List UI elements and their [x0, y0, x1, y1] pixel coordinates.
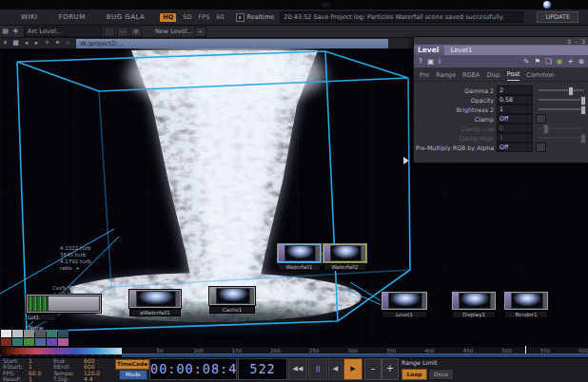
res-label[interactable]: SD	[183, 13, 191, 21]
update-button[interactable]: UPDATE	[537, 11, 578, 23]
slider-track[interactable]	[539, 108, 583, 110]
tab-pre[interactable]: Pre	[420, 71, 429, 81]
node-tile-body[interactable]	[323, 244, 366, 262]
copy-icon[interactable]: ❏	[545, 56, 552, 67]
zoom-out-button[interactable]: –	[364, 358, 382, 380]
node-tile-body[interactable]	[452, 292, 496, 310]
control-value-field[interactable]: Off	[497, 143, 533, 152]
path-toolbar-icon-1[interactable]: ■	[10, 39, 21, 48]
control-value-field[interactable]: 0.58	[497, 95, 533, 105]
control-value-field[interactable]: Off	[497, 114, 533, 124]
color-swatch[interactable]	[24, 338, 34, 346]
level-mini-button-2[interactable]: —	[117, 27, 128, 37]
node-tile[interactable]: Waterfall2	[323, 244, 366, 271]
slider-handle[interactable]	[580, 105, 586, 115]
timecode-mode-button[interactable]: TimeCode	[115, 359, 149, 370]
timecode-display[interactable]: 00:00:08:41	[149, 358, 237, 380]
control-value-field[interactable]: 2	[497, 86, 533, 95]
path-toolbar-icon-3[interactable]: ▸	[31, 39, 42, 48]
node-tile[interactable]: Render1	[504, 292, 548, 318]
globe-icon[interactable]: ◉	[557, 56, 563, 67]
realtime-checkbox[interactable]: x	[236, 13, 245, 22]
menu-item-buggala[interactable]: BUG GALA	[107, 13, 146, 21]
help-icon[interactable]: ?	[419, 56, 422, 67]
color-swatch[interactable]	[1, 338, 11, 346]
color-swatch[interactable]	[12, 330, 23, 337]
panel-window-button-2[interactable]: –	[575, 38, 578, 45]
panel-header[interactable]: Level Level1	[414, 45, 588, 55]
go-to-start-button[interactable]: ◀◀	[288, 358, 307, 380]
tab-post[interactable]: Post	[507, 70, 520, 81]
pause-button[interactable]: ||	[308, 358, 327, 380]
once-button[interactable]: Once	[428, 369, 454, 380]
tab-common[interactable]: Common	[526, 71, 554, 81]
new-level-plus-button[interactable]: +	[195, 27, 206, 37]
node-tile[interactable]: Display1	[452, 292, 496, 318]
node-tile-body[interactable]	[209, 287, 255, 305]
node-tile[interactable]: Lut1	[27, 295, 101, 321]
info-icon[interactable]: i	[439, 56, 441, 67]
node-tile-body[interactable]	[504, 292, 548, 310]
image-icon[interactable]: ▣	[427, 56, 434, 67]
slider-handle[interactable]	[568, 86, 574, 96]
path-toolbar-icon-4[interactable]: +	[42, 39, 52, 48]
node-tile[interactable]: Waterfall1	[278, 244, 321, 271]
add-icon[interactable]: ✚	[10, 28, 21, 36]
toggle-checkbox[interactable]	[536, 143, 546, 152]
color-swatch[interactable]	[47, 330, 57, 337]
hq-toggle[interactable]: HQ	[160, 13, 176, 22]
color-swatch[interactable]	[47, 338, 57, 346]
flag-icon[interactable]: ⚑	[534, 56, 540, 67]
panel-window-button-3[interactable]: 3	[581, 38, 585, 45]
path-toolbar-icon-0[interactable]: ▾	[0, 39, 10, 48]
node-tile[interactable]: Cache1	[209, 287, 255, 314]
panel-window-button-1[interactable]: 0	[567, 38, 571, 45]
path-toolbar-icon-2[interactable]: ◂	[21, 39, 31, 48]
slider-handle[interactable]	[543, 124, 549, 134]
color-swatch[interactable]	[24, 330, 34, 337]
new-level-button[interactable]: New Level...	[155, 28, 193, 35]
control-value-field[interactable]: 0	[497, 124, 533, 133]
color-swatch[interactable]	[35, 338, 46, 346]
tab-range[interactable]: Range	[436, 71, 456, 81]
frame-display[interactable]: 522	[238, 358, 287, 380]
control-value-field[interactable]: 1	[497, 133, 533, 143]
level-mini-button-3[interactable]: ≣	[130, 27, 142, 37]
grid-icon[interactable]: ▦	[0, 28, 10, 36]
close-icon[interactable]: ⊗	[578, 56, 584, 67]
path-toolbar-icon-5[interactable]: ✦	[52, 39, 63, 48]
tab-disp[interactable]: Disp	[486, 71, 500, 81]
color-swatch[interactable]	[1, 330, 11, 337]
node-tile[interactable]: pWaterfall1	[129, 290, 181, 316]
play-button[interactable]: ▶	[343, 358, 363, 380]
color-swatch[interactable]	[58, 338, 69, 346]
node-tile-body[interactable]	[27, 295, 101, 313]
path-toolbar-icon-6[interactable]: ⌕	[63, 39, 73, 48]
toggle-checkbox[interactable]	[536, 114, 546, 124]
add-icon[interactable]: +	[567, 56, 573, 67]
menu-item-forum[interactable]: FORUM	[59, 13, 86, 21]
color-swatch[interactable]	[35, 330, 46, 337]
level-mini-button-1[interactable]: ·	[104, 27, 115, 37]
control-value-field[interactable]: 1	[497, 105, 533, 114]
edit-icon[interactable]: ✎	[523, 56, 529, 67]
slider-track[interactable]	[539, 89, 583, 91]
node-tile-body[interactable]	[382, 292, 427, 310]
tab-rgba[interactable]: RGBA	[462, 71, 480, 81]
slider-handle[interactable]	[580, 96, 586, 105]
node-tile[interactable]: Level1	[382, 292, 427, 318]
color-swatch[interactable]	[58, 330, 69, 337]
slider-track[interactable]	[539, 127, 583, 129]
project-path-field[interactable]: W:/project2/...	[76, 39, 388, 48]
panel-collapse-arrow-icon[interactable]	[403, 157, 409, 164]
menu-item-wiki[interactable]: WIKI	[21, 13, 38, 21]
zoom-in-button[interactable]: +	[382, 358, 399, 380]
slider-handle[interactable]	[580, 134, 586, 143]
loop-button[interactable]: Loop	[402, 369, 427, 380]
color-swatch[interactable]	[12, 338, 23, 346]
node-tile-body[interactable]	[278, 244, 321, 262]
level-select-dropdown[interactable]: Arc Level...	[24, 27, 102, 37]
slider-track[interactable]	[539, 137, 583, 139]
step-back-button[interactable]: ◀	[328, 358, 343, 380]
node-tile-body[interactable]	[129, 290, 181, 308]
